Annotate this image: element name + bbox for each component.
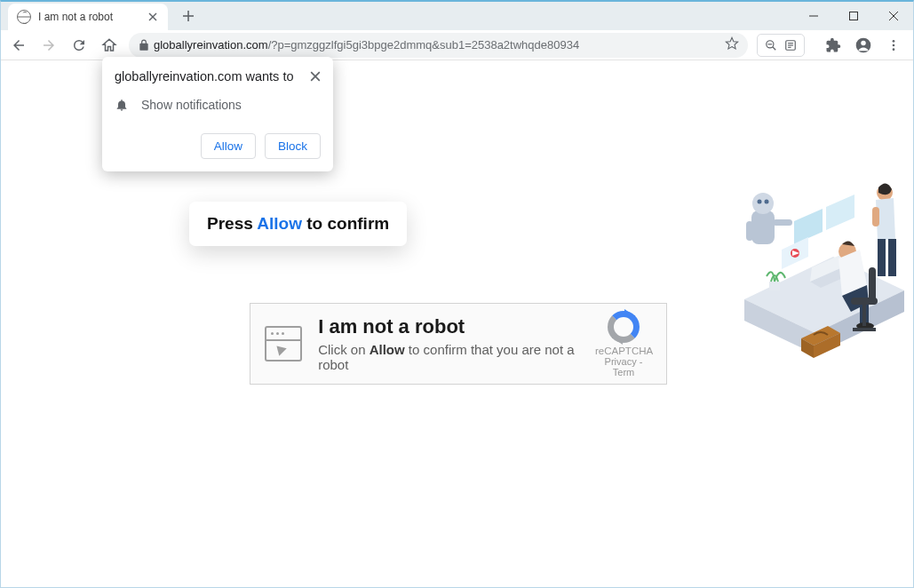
svg-point-26 (765, 200, 769, 204)
url-path: /?p=gmzggzlfgi5gi3bpge2dmmq&sub1=2538a2t… (268, 38, 580, 52)
svg-point-25 (758, 200, 762, 204)
profile-button[interactable] (854, 36, 872, 54)
minimize-icon (809, 12, 818, 20)
block-button[interactable]: Block (265, 133, 321, 159)
captcha-text: I am not a robot Click on Allow to confi… (318, 315, 595, 372)
plus-icon (182, 10, 195, 22)
recaptcha-icon (608, 311, 640, 343)
maximize-button[interactable] (833, 3, 873, 29)
url-text: globallyreinvation.com/?p=gmzggzlfgi5gi3… (154, 38, 579, 52)
puzzle-icon (825, 37, 841, 53)
vertical-dots-icon (886, 38, 901, 52)
svg-point-18 (893, 44, 895, 46)
permission-option-label: Show notifications (141, 98, 242, 112)
press-allow-tooltip: Press Allow to confirm (189, 202, 407, 246)
svg-rect-43 (851, 298, 878, 305)
notification-permission-popup: globallyreinvation.com wants to Show not… (102, 57, 333, 171)
recaptcha-badge: reCAPTCHA Privacy - Term (595, 311, 652, 377)
press-allow-suffix: to confirm (302, 214, 389, 233)
extensions-button[interactable] (824, 36, 842, 54)
home-button[interactable] (99, 35, 120, 56)
browser-toolbar: globallyreinvation.com/?p=gmzggzlfgi5gi3… (1, 30, 913, 60)
maximize-icon (849, 12, 858, 20)
svg-marker-30 (826, 195, 854, 230)
zoom-control[interactable] (757, 34, 805, 57)
close-icon (310, 71, 321, 82)
recaptcha-terms-link[interactable]: Term (613, 367, 634, 377)
window-controls (793, 3, 913, 29)
zoom-out-icon (765, 39, 777, 52)
bookmark-button[interactable] (725, 36, 739, 54)
svg-rect-48 (878, 239, 886, 276)
svg-rect-23 (751, 211, 775, 244)
minimize-button[interactable] (793, 3, 833, 29)
close-icon (889, 12, 898, 20)
captcha-card: I am not a robot Click on Allow to confi… (250, 303, 667, 385)
window-titlebar: I am not a robot (1, 2, 913, 30)
svg-point-19 (893, 48, 895, 51)
menu-button[interactable] (885, 36, 902, 54)
permission-origin-text: globallyreinvation.com wants to (115, 69, 294, 83)
permission-close-button[interactable] (310, 69, 321, 85)
url-host: globallyreinvation.com (154, 38, 268, 52)
reader-icon (784, 39, 797, 52)
browser-window-icon (265, 326, 302, 362)
address-bar[interactable]: globallyreinvation.com/?p=gmzggzlfgi5gi3… (129, 33, 748, 58)
press-allow-highlight: Allow (257, 214, 302, 233)
tab-title: I am not a robot (38, 11, 139, 23)
svg-rect-50 (872, 207, 879, 226)
recaptcha-links: Privacy - Term (595, 356, 652, 377)
browser-tab[interactable]: I am not a robot (8, 4, 168, 31)
svg-line-9 (773, 46, 776, 50)
star-icon (725, 36, 739, 51)
user-circle-icon (854, 36, 872, 54)
bell-icon (115, 98, 129, 112)
reload-icon (71, 37, 87, 53)
lock-icon (138, 39, 150, 52)
forward-button[interactable] (38, 35, 60, 56)
svg-point-17 (893, 40, 895, 43)
toolbar-right-group (824, 36, 902, 54)
office-illustration (735, 168, 913, 368)
globe-icon (17, 10, 31, 24)
svg-rect-28 (773, 219, 792, 226)
svg-point-16 (861, 40, 866, 45)
close-window-button[interactable] (873, 3, 913, 29)
captcha-subtitle: Click on Allow to confirm that you are n… (318, 342, 595, 372)
home-icon (101, 37, 117, 53)
close-icon (148, 12, 157, 21)
allow-button[interactable]: Allow (201, 133, 256, 159)
svg-point-24 (752, 193, 774, 214)
press-allow-prefix: Press (207, 214, 257, 233)
reload-button[interactable] (68, 35, 90, 56)
recaptcha-privacy-link[interactable]: Privacy (605, 356, 637, 367)
svg-rect-49 (888, 239, 896, 276)
close-tab-button[interactable] (147, 11, 159, 23)
recaptcha-label: reCAPTCHA (595, 346, 652, 356)
back-button[interactable] (8, 35, 29, 56)
svg-rect-36 (769, 282, 780, 290)
svg-rect-5 (849, 12, 857, 20)
captcha-title: I am not a robot (318, 315, 595, 338)
svg-rect-27 (746, 221, 753, 241)
new-tab-button[interactable] (177, 4, 200, 28)
arrow-left-icon (11, 37, 27, 53)
arrow-right-icon (41, 37, 57, 53)
permission-option: Show notifications (115, 98, 321, 112)
